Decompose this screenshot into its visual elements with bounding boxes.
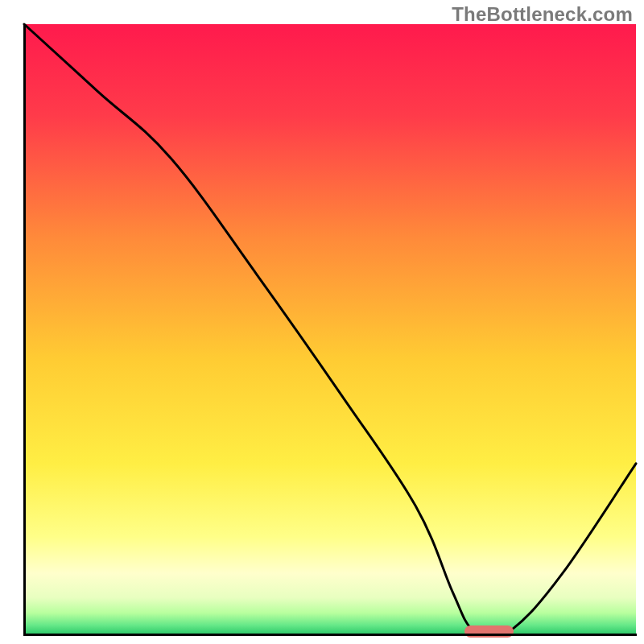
curve-layer — [0, 0, 644, 644]
watermark-text: TheBottleneck.com — [452, 3, 633, 26]
bottleneck-curve — [24, 24, 636, 634]
axis-bottom — [23, 634, 637, 636]
axis-left — [23, 24, 26, 634]
chart-stage: TheBottleneck.com — [0, 0, 644, 644]
